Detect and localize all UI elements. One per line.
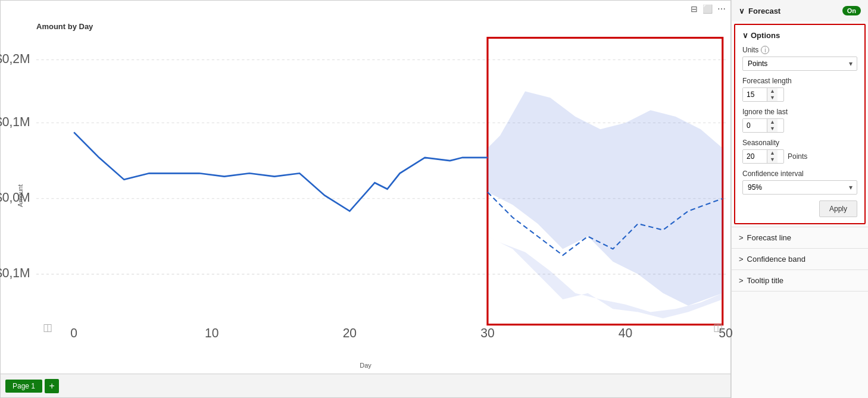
svg-text:30: 30 — [480, 326, 494, 340]
confidence-interval-label: Confidence interval — [742, 170, 857, 178]
right-panel: ∨ Forecast On ∨ Options Units i Points — [731, 0, 868, 398]
chart-svg: $0,2M $0,1M $0,0M -$0,1M 0 10 20 30 40 5… — [36, 22, 726, 350]
forecast-length-group: Forecast length 15 ▲ ▼ — [742, 77, 857, 102]
svg-text:10: 10 — [205, 326, 218, 340]
confidence-band-label: Confidence band — [747, 255, 805, 264]
units-select[interactable]: Points Days Months — [742, 57, 857, 71]
bottom-bar: Page 1 + — [1, 374, 730, 397]
chart-toolbar: ⊟ ⬜ ⋯ — [1, 1, 730, 17]
forecast-length-label: Forecast length — [742, 77, 857, 85]
forecast-length-up[interactable]: ▲ — [767, 88, 778, 95]
forecast-toggle[interactable]: On — [842, 6, 861, 15]
forecast-length-spinner-buttons: ▲ ▼ — [767, 88, 778, 101]
ignore-last-group: Ignore the last 0 ▲ ▼ — [742, 108, 857, 133]
seasonality-spinner-buttons: ▲ ▼ — [767, 150, 778, 163]
ignore-last-label: Ignore the last — [742, 108, 857, 116]
svg-text:$0,2M: $0,2M — [0, 52, 30, 65]
forecast-line-label: Forecast line — [747, 233, 791, 242]
ignore-last-down[interactable]: ▼ — [767, 126, 778, 132]
more-icon[interactable]: ⋯ — [717, 4, 726, 14]
ignore-last-spinner-buttons: ▲ ▼ — [767, 119, 778, 132]
options-label: Options — [751, 31, 780, 40]
y-axis-label: Amount — [17, 184, 24, 207]
add-page-button[interactable]: + — [45, 379, 59, 393]
ignore-last-input[interactable]: 0 — [743, 119, 767, 132]
confidence-band-section[interactable]: > Confidence band — [732, 249, 868, 270]
confidence-interval-group: Confidence interval 80% 90% 95% 99% — [742, 170, 857, 195]
units-select-wrapper: Points Days Months — [742, 57, 857, 71]
seasonality-down[interactable]: ▼ — [767, 156, 778, 163]
confidence-interval-select[interactable]: 80% 90% 95% 99% — [742, 180, 857, 195]
units-label: Units i — [742, 46, 857, 54]
confidence-interval-select-wrapper: 80% 90% 95% 99% — [742, 180, 857, 195]
options-section: ∨ Options Units i Points Days Months — [734, 24, 866, 224]
seasonality-spinner: 20 ▲ ▼ — [742, 149, 784, 164]
forecast-line-section[interactable]: > Forecast line — [732, 227, 868, 249]
svg-text:-$0,1M: -$0,1M — [0, 266, 30, 280]
seasonality-unit-label: Points — [788, 152, 807, 161]
forecast-length-input[interactable]: 15 — [743, 88, 767, 101]
tooltip-title-label: Tooltip title — [747, 276, 783, 285]
tooltip-title-chevron-icon: > — [739, 276, 744, 285]
seasonality-up[interactable]: ▲ — [767, 150, 778, 156]
chart-container: Amount by Day Amount Day $0,2M $0,1M $0,… — [1, 17, 730, 374]
seasonality-group: Seasonality 20 ▲ ▼ Points — [742, 139, 857, 164]
seasonality-row: 20 ▲ ▼ Points — [742, 149, 857, 164]
forecast-length-down[interactable]: ▼ — [767, 95, 778, 101]
ignore-last-up[interactable]: ▲ — [767, 119, 778, 126]
tooltip-title-section[interactable]: > Tooltip title — [732, 270, 868, 292]
options-chevron-icon: ∨ — [742, 31, 748, 40]
forecast-line-chevron-icon: > — [739, 233, 744, 242]
confidence-band-chevron-icon: > — [739, 255, 744, 264]
svg-text:$0,0M: $0,0M — [0, 190, 30, 204]
svg-text:$0,1M: $0,1M — [0, 115, 30, 129]
filter-icon[interactable]: ⊟ — [691, 4, 698, 14]
forecast-length-spinner: 15 ▲ ▼ — [742, 87, 784, 102]
forecast-chevron-icon: ∨ — [739, 7, 745, 15]
chart-title: Amount by Day — [36, 22, 93, 31]
export-icon[interactable]: ⬜ — [702, 4, 713, 14]
svg-text:0: 0 — [70, 326, 77, 340]
svg-text:◫: ◫ — [713, 322, 723, 333]
svg-text:40: 40 — [619, 326, 632, 340]
page-tab[interactable]: Page 1 — [5, 380, 42, 393]
seasonality-input[interactable]: 20 — [743, 150, 767, 163]
forecast-header-left: ∨ Forecast — [739, 7, 780, 15]
options-header: ∨ Options — [742, 31, 857, 40]
x-axis-label: Day — [360, 362, 371, 369]
svg-marker-15 — [488, 92, 723, 306]
chart-area: ⊟ ⬜ ⋯ Amount by Day Amount Day $0,2M $0,… — [0, 0, 731, 398]
ignore-last-spinner: 0 ▲ ▼ — [742, 118, 784, 133]
forecast-label: Forecast — [748, 7, 780, 15]
forecast-header[interactable]: ∨ Forecast On — [732, 0, 868, 21]
units-group: Units i Points Days Months — [742, 46, 857, 71]
svg-text:20: 20 — [343, 326, 357, 340]
svg-text:◫: ◫ — [43, 322, 52, 333]
forecast-section: ∨ Forecast On ∨ Options Units i Points — [732, 0, 868, 227]
seasonality-label: Seasonality — [742, 139, 857, 147]
units-info-icon[interactable]: i — [761, 46, 769, 54]
apply-button[interactable]: Apply — [819, 200, 857, 217]
